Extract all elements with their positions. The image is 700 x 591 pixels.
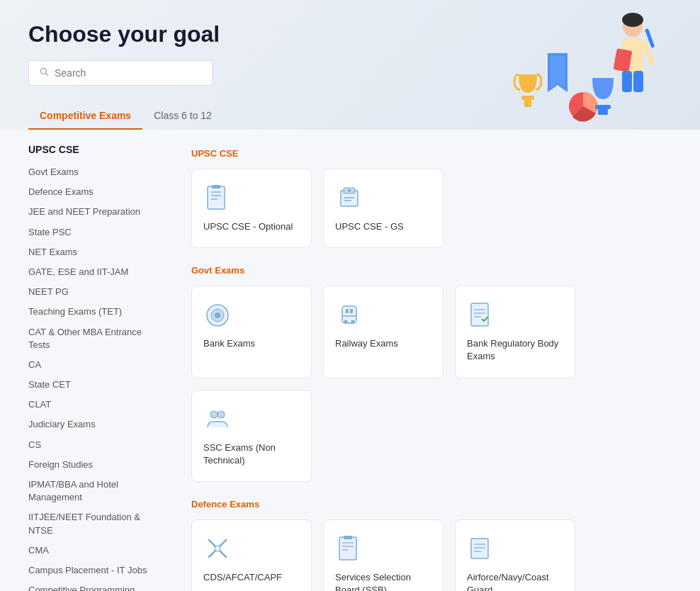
card-railway-exams[interactable]: Railway Exams — [323, 286, 444, 378]
tab-class-6-12[interactable]: Class 6 to 12 — [142, 103, 223, 130]
svg-rect-15 — [622, 71, 632, 92]
svg-point-33 — [351, 320, 355, 324]
card-icon-railway-exams — [335, 300, 363, 329]
card-icon-upsc-gs — [335, 184, 363, 212]
sidebar-item-cma[interactable]: CMA — [28, 541, 163, 561]
card-icon-ssb — [335, 534, 363, 563]
search-bar[interactable] — [28, 60, 213, 86]
sidebar-category-title: UPSC CSE — [28, 144, 163, 155]
search-icon — [39, 67, 49, 79]
svg-point-32 — [344, 320, 348, 324]
card-bank-exams[interactable]: Bank Exams — [191, 286, 312, 378]
card-upsc-gs[interactable]: UPSC CSE - GS — [323, 169, 444, 248]
card-icon-airforce-navy — [467, 534, 495, 563]
svg-rect-30 — [342, 306, 356, 323]
sidebar-item-clat[interactable]: CLAT — [28, 395, 163, 415]
svg-rect-50 — [471, 539, 488, 558]
section-label-govt-exams: Govt Exams — [191, 265, 672, 276]
sidebar-item-neet-pg[interactable]: NEET PG — [28, 282, 163, 302]
card-label-airforce-navy: Airforce/Navy/Coast Guard — [467, 571, 563, 591]
card-label-ssc-exams: SSC Exams (Non Technical) — [203, 441, 300, 467]
sidebar-item-cs[interactable]: CS — [28, 435, 163, 455]
sidebar: UPSC CSE Govt Exams Defence Exams JEE an… — [28, 144, 177, 591]
section-label-defence-exams: Defence Exams — [191, 499, 672, 510]
sidebar-item-iitjee-foundation[interactable]: IITJEE/NEET Foundation & NTSE — [28, 507, 163, 540]
content-area: UPSC CSE UPSC CSE - Optional — [177, 144, 672, 591]
card-icon-upsc-optional — [203, 184, 232, 212]
sidebar-item-jee-neet[interactable]: JEE and NEET Preparation — [28, 202, 163, 222]
card-label-upsc-optional: UPSC CSE - Optional — [203, 220, 293, 233]
sidebar-item-teaching[interactable]: Teaching Exams (TET) — [28, 302, 163, 322]
card-icon-cds-afcat — [203, 534, 232, 563]
sidebar-item-net-exams[interactable]: NET Exams — [28, 242, 163, 262]
sidebar-item-judiciary[interactable]: Judiciary Exams — [28, 415, 163, 434]
svg-rect-21 — [212, 185, 220, 188]
section-label-upsc-cse: UPSC CSE — [191, 148, 672, 159]
svg-point-0 — [40, 68, 46, 74]
sidebar-item-defence-exams[interactable]: Defence Exams — [28, 182, 163, 202]
sidebar-item-foreign-studies[interactable]: Foreign Studies — [28, 455, 163, 475]
card-cds-afcat[interactable]: CDS/AFCAT/CAPF — [191, 519, 312, 591]
svg-rect-34 — [346, 309, 349, 313]
svg-rect-2 — [521, 96, 534, 100]
svg-rect-7 — [595, 105, 611, 109]
svg-point-40 — [210, 411, 218, 418]
card-icon-bank-regulatory — [467, 300, 495, 329]
svg-rect-45 — [339, 537, 356, 560]
card-label-upsc-gs: UPSC CSE - GS — [335, 220, 404, 233]
svg-point-44 — [215, 546, 220, 551]
sidebar-item-gate[interactable]: GATE, ESE and IIT-JAM — [28, 262, 163, 282]
card-icon-bank-exams — [203, 300, 232, 329]
card-ssc-exams[interactable]: SSC Exams (Non Technical) — [191, 390, 312, 482]
svg-line-1 — [46, 74, 48, 76]
card-label-bank-regulatory: Bank Regulatory Body Exams — [467, 337, 563, 363]
cards-grid-govt-exams: Bank Exams Railway Exams — [191, 286, 672, 482]
sidebar-item-ipmat[interactable]: IPMAT/BBA and Hotel Management — [28, 475, 163, 507]
sidebar-item-state-cet[interactable]: State CET — [28, 375, 163, 395]
sidebar-item-competitive-programming[interactable]: Competitive Programming — [28, 580, 163, 591]
main-content: UPSC CSE Govt Exams Defence Exams JEE an… — [0, 130, 700, 591]
card-label-ssb: Services Selection Board (SSB) — [335, 571, 431, 591]
svg-rect-35 — [350, 309, 353, 313]
svg-rect-16 — [633, 71, 643, 92]
sidebar-item-state-psc[interactable]: State PSC — [28, 223, 163, 242]
search-input[interactable] — [55, 67, 202, 79]
card-label-bank-exams: Bank Exams — [203, 337, 255, 350]
card-icon-ssc-exams — [203, 405, 232, 433]
card-label-railway-exams: Railway Exams — [335, 337, 398, 350]
sidebar-item-cat-mba[interactable]: CAT & Other MBA Entrance Tests — [28, 322, 163, 355]
card-airforce-navy[interactable]: Airforce/Navy/Coast Guard — [455, 519, 575, 591]
svg-rect-8 — [598, 109, 608, 115]
card-ssb[interactable]: Services Selection Board (SSB) — [323, 519, 444, 591]
card-bank-regulatory[interactable]: Bank Regulatory Body Exams — [455, 286, 575, 378]
svg-rect-49 — [344, 536, 352, 539]
svg-point-10 — [622, 13, 643, 27]
svg-point-41 — [218, 411, 225, 418]
svg-point-29 — [215, 313, 220, 318]
card-upsc-optional[interactable]: UPSC CSE - Optional — [191, 169, 312, 248]
hero-illustration — [502, 7, 657, 128]
card-label-cds-afcat: CDS/AFCAT/CAPF — [203, 571, 282, 584]
svg-point-24 — [348, 189, 351, 192]
sidebar-item-govt-exams[interactable]: Govt Exams — [28, 162, 163, 182]
header-section: Choose your goal — [0, 0, 700, 130]
sidebar-item-ca[interactable]: CA — [28, 355, 163, 375]
svg-rect-17 — [208, 186, 225, 209]
sidebar-item-campus-placement[interactable]: Campus Placement - IT Jobs — [28, 561, 163, 580]
cards-grid-upsc-cse: UPSC CSE - Optional UPSC CSE - GS — [191, 169, 672, 248]
svg-rect-3 — [524, 100, 531, 107]
tab-competitive-exams[interactable]: Competitive Exams — [28, 103, 142, 130]
svg-rect-36 — [471, 303, 488, 326]
cards-grid-defence-exams: CDS/AFCAT/CAPF Services Selection Board … — [191, 519, 672, 591]
